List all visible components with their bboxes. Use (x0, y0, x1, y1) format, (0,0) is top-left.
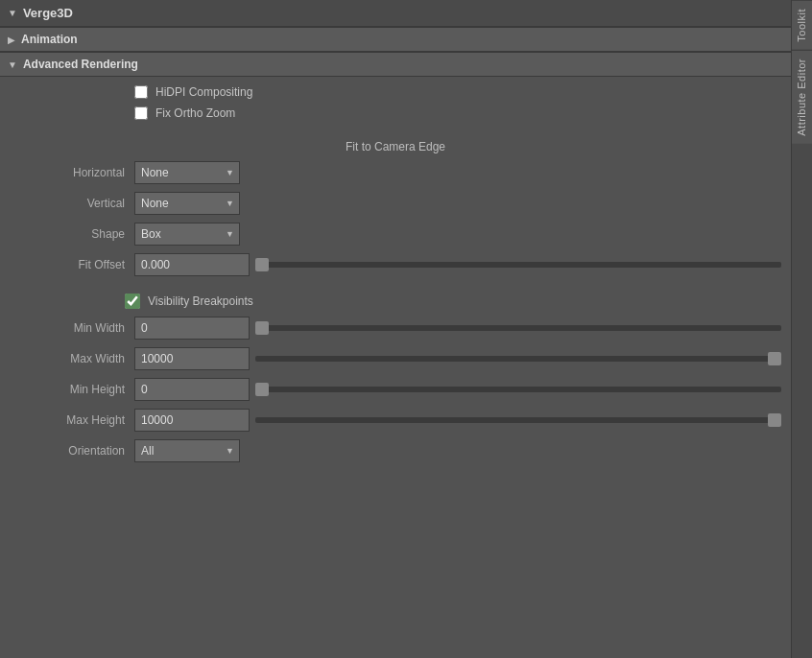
horizontal-label: Horizontal (10, 166, 125, 179)
orientation-row: Orientation All Portrait Landscape (0, 435, 791, 466)
min-height-label: Min Height (10, 383, 125, 396)
advanced-rendering-content: HiDPI Compositing Fix Ortho Zoom Fit to … (0, 77, 791, 472)
min-width-row: Min Width (0, 313, 791, 343)
side-tabs: Toolkit Attribute Editor (791, 0, 812, 658)
visibility-row: Visibility Breakpoints (0, 290, 791, 313)
max-height-input[interactable] (134, 409, 250, 432)
hidpi-row: HiDPI Compositing (0, 82, 791, 104)
animation-section-header[interactable]: ▶ Animation (0, 27, 791, 52)
fix-ortho-checkbox[interactable] (134, 106, 148, 120)
fit-offset-slider-wrap (255, 262, 781, 268)
fix-ortho-item: Fix Ortho Zoom (134, 106, 235, 120)
shape-select[interactable]: Box Sphere Capsule (134, 223, 240, 246)
max-height-slider-wrap (255, 417, 781, 423)
advanced-rendering-title: Advanced Rendering (23, 58, 138, 71)
vertical-select-wrapper: None Top Bottom Center (134, 192, 240, 215)
advanced-rendering-arrow: ▼ (8, 59, 17, 70)
main-panel: ▼ Verge3D ▶ Animation ▼ Advanced Renderi… (0, 0, 791, 658)
min-width-input[interactable] (134, 317, 250, 340)
min-height-slider[interactable] (255, 387, 781, 392)
shape-label: Shape (10, 227, 125, 241)
hidpi-label: HiDPI Compositing (155, 85, 252, 99)
orientation-select[interactable]: All Portrait Landscape (134, 439, 240, 462)
verge3d-arrow: ▼ (8, 8, 17, 18)
animation-title: Animation (21, 33, 78, 46)
hidpi-checkbox[interactable] (134, 85, 148, 99)
max-width-label: Max Width (10, 352, 125, 365)
max-height-slider[interactable] (255, 417, 781, 423)
horizontal-select[interactable]: None Left Right Center (134, 161, 240, 184)
fit-offset-row: Fit Offset (0, 249, 791, 280)
max-width-row: Max Width (0, 343, 791, 374)
visibility-checkbox[interactable] (125, 294, 140, 309)
fix-ortho-label: Fix Ortho Zoom (155, 106, 235, 120)
orientation-label: Orientation (10, 444, 125, 458)
horizontal-row: Horizontal None Left Right Center (0, 157, 791, 188)
orientation-select-wrapper: All Portrait Landscape (134, 439, 240, 462)
verge3d-title: Verge3D (23, 6, 73, 20)
shape-row: Shape Box Sphere Capsule (0, 219, 791, 249)
fit-offset-slider[interactable] (255, 262, 781, 268)
divider2 (0, 280, 791, 290)
max-height-label: Max Height (10, 413, 125, 427)
vertical-select[interactable]: None Top Bottom Center (134, 192, 240, 215)
min-height-input[interactable] (134, 378, 250, 401)
min-height-slider-wrap (255, 387, 781, 392)
min-width-slider-wrap (255, 325, 781, 331)
max-width-input[interactable] (134, 347, 250, 370)
toolkit-tab[interactable]: Toolkit (792, 0, 813, 50)
min-height-row: Min Height (0, 374, 791, 405)
divider1 (0, 125, 791, 134)
max-height-row: Max Height (0, 405, 791, 435)
attribute-editor-tab[interactable]: Attribute Editor (792, 50, 813, 144)
shape-select-wrapper: Box Sphere Capsule (134, 223, 240, 246)
min-width-label: Min Width (10, 321, 125, 335)
advanced-rendering-header[interactable]: ▼ Advanced Rendering (0, 52, 791, 77)
visibility-label: Visibility Breakpoints (148, 294, 253, 308)
vertical-label: Vertical (10, 197, 125, 210)
fit-offset-input[interactable] (134, 253, 250, 276)
vertical-row: Vertical None Top Bottom Center (0, 188, 791, 219)
animation-arrow: ▶ (8, 35, 15, 45)
hidpi-item: HiDPI Compositing (134, 85, 252, 99)
min-width-slider[interactable] (255, 325, 781, 331)
fit-offset-label: Fit Offset (10, 258, 125, 271)
max-width-slider[interactable] (255, 356, 781, 362)
max-width-slider-wrap (255, 356, 781, 362)
fix-ortho-row: Fix Ortho Zoom (0, 104, 791, 125)
fit-to-camera-subtitle: Fit to Camera Edge (0, 134, 791, 157)
horizontal-select-wrapper: None Left Right Center (134, 161, 240, 184)
verge3d-header[interactable]: ▼ Verge3D (0, 0, 791, 27)
